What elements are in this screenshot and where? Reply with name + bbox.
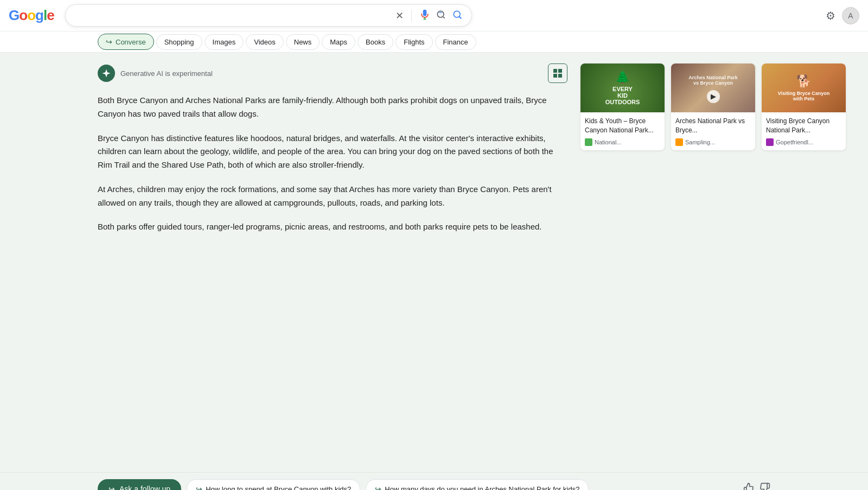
- nav-pill-label-maps: Maps: [330, 38, 347, 46]
- svg-rect-8: [558, 74, 562, 78]
- ai-paragraph-3: At Arches, children may enjoy the rock f…: [98, 183, 567, 210]
- nav-pill-finance[interactable]: Finance: [435, 34, 476, 50]
- source-card-2-image: Arches National Parkvs Bryce Canyon ▶: [671, 63, 755, 112]
- svg-rect-7: [553, 74, 557, 78]
- search-bar: what's better for a family with kids und…: [65, 4, 472, 27]
- source-card-3-image: 🐕 Visiting Bryce Canyonwith Pets: [762, 63, 846, 112]
- nav-pill-books[interactable]: Books: [358, 34, 393, 50]
- ai-panel: Generative AI is experimental Both Bryce…: [98, 63, 567, 461]
- nav-pill-label-shopping: Shopping: [164, 38, 194, 46]
- source-card-1-meta: National...: [585, 138, 660, 146]
- nav-pill-news[interactable]: News: [286, 34, 320, 50]
- source-card-1-body: Kids & Youth – Bryce Canyon National Par…: [580, 112, 665, 150]
- ai-icon: [98, 65, 115, 82]
- feedback-icons: [743, 482, 770, 491]
- grid-view-button[interactable]: [548, 63, 567, 83]
- search-icon-group: ✕: [395, 9, 463, 22]
- source-cards: 🌲 EVERYKIDOUTDOORS Kids & Youth – Bryce …: [580, 63, 770, 461]
- nav-pill-images[interactable]: Images: [205, 34, 244, 50]
- ai-panel-header: Generative AI is experimental: [98, 63, 567, 83]
- nav-pill-converse[interactable]: ↪ Converse: [98, 34, 154, 50]
- nav-pill-label-videos: Videos: [254, 38, 276, 46]
- header-right: ⚙ A: [826, 7, 859, 24]
- source-card-3-title: Visiting Bryce Canyon National Park...: [766, 117, 841, 135]
- converse-icon: ↪: [106, 37, 112, 46]
- thumbs-down-icon[interactable]: [760, 482, 770, 491]
- nav-pill-shopping[interactable]: Shopping: [156, 34, 202, 50]
- nav-pill-label-books: Books: [366, 38, 385, 46]
- nav-pill-label-news: News: [294, 38, 312, 46]
- nav-pill-maps[interactable]: Maps: [322, 34, 355, 50]
- nav-pill-label-finance: Finance: [443, 38, 468, 46]
- source-card-1-image: 🌲 EVERYKIDOUTDOORS: [580, 63, 665, 112]
- nav-pill-flights[interactable]: Flights: [395, 34, 432, 50]
- play-button-icon: ▶: [707, 90, 720, 103]
- google-logo: Google: [9, 7, 54, 24]
- source-card-2[interactable]: Arches National Parkvs Bryce Canyon ▶ Ar…: [671, 63, 755, 150]
- header: Google what's better for a family with k…: [0, 0, 868, 31]
- source-card-1[interactable]: 🌲 EVERYKIDOUTDOORS Kids & Youth – Bryce …: [580, 63, 665, 150]
- voice-icon[interactable]: [419, 9, 430, 22]
- ai-paragraph-2: Bryce Canyon has distinctive features li…: [98, 132, 567, 172]
- divider: [411, 10, 412, 22]
- followup-arrow-icon: ↪: [108, 485, 115, 490]
- main-content: Generative AI is experimental Both Bryce…: [0, 53, 868, 472]
- source-card-1-title: Kids & Youth – Bryce Canyon National Par…: [585, 117, 660, 135]
- source-card-1-source: National...: [595, 139, 622, 145]
- suggestion-2-icon: ↪: [375, 485, 381, 490]
- source-card-3[interactable]: 🐕 Visiting Bryce Canyonwith Pets Visitin…: [762, 63, 846, 150]
- source-card-3-source: Gopetfriendl...: [776, 139, 813, 145]
- ai-paragraph-4: Both parks offer guided tours, ranger-le…: [98, 220, 567, 234]
- thumbs-up-icon[interactable]: [743, 482, 754, 491]
- svg-rect-6: [558, 69, 562, 73]
- search-submit-icon[interactable]: [452, 9, 463, 22]
- suggestion-2-label: How many days do you need in Arches Nati…: [385, 485, 579, 491]
- ask-followup-button[interactable]: ↪ Ask a follow up: [98, 479, 181, 490]
- source-card-2-title: Arches National Park vs Bryce...: [675, 117, 751, 135]
- clear-icon[interactable]: ✕: [395, 10, 404, 22]
- settings-icon[interactable]: ⚙: [826, 9, 835, 22]
- source-card-3-body: Visiting Bryce Canyon National Park... G…: [762, 112, 846, 150]
- suggestion-button-1[interactable]: ↪ How long to spend at Bryce Canyon with…: [187, 479, 360, 490]
- source-card-3-meta: Gopetfriendl...: [766, 138, 841, 146]
- nav-bar: ↪ Converse Shopping Images Videos News M…: [0, 31, 868, 53]
- lens-icon[interactable]: [436, 9, 446, 22]
- svg-rect-5: [553, 69, 557, 73]
- ai-badge: Generative AI is experimental: [120, 69, 213, 78]
- bottom-bar: ↪ Ask a follow up ↪ How long to spend at…: [0, 472, 868, 490]
- suggestion-1-label: How long to spend at Bryce Canyon with k…: [206, 485, 351, 491]
- nav-pill-label-images: Images: [213, 38, 236, 46]
- nav-pill-label-flights: Flights: [404, 38, 424, 46]
- search-input[interactable]: what's better for a family with kids und…: [74, 11, 391, 20]
- profile-icon[interactable]: A: [842, 7, 859, 24]
- nav-pill-label-converse: Converse: [116, 38, 146, 46]
- source-card-2-meta: Sampling...: [675, 138, 751, 146]
- ask-followup-label: Ask a follow up: [119, 485, 170, 490]
- source-card-2-source: Sampling...: [685, 139, 715, 145]
- source-card-2-body: Arches National Park vs Bryce... Samplin…: [671, 112, 755, 150]
- ai-paragraph-1: Both Bryce Canyon and Arches National Pa…: [98, 94, 567, 121]
- suggestion-1-icon: ↪: [196, 485, 202, 490]
- nav-pill-videos[interactable]: Videos: [246, 34, 284, 50]
- suggestion-button-2[interactable]: ↪ How many days do you need in Arches Na…: [366, 479, 589, 490]
- source-cards-row: 🌲 EVERYKIDOUTDOORS Kids & Youth – Bryce …: [580, 63, 770, 150]
